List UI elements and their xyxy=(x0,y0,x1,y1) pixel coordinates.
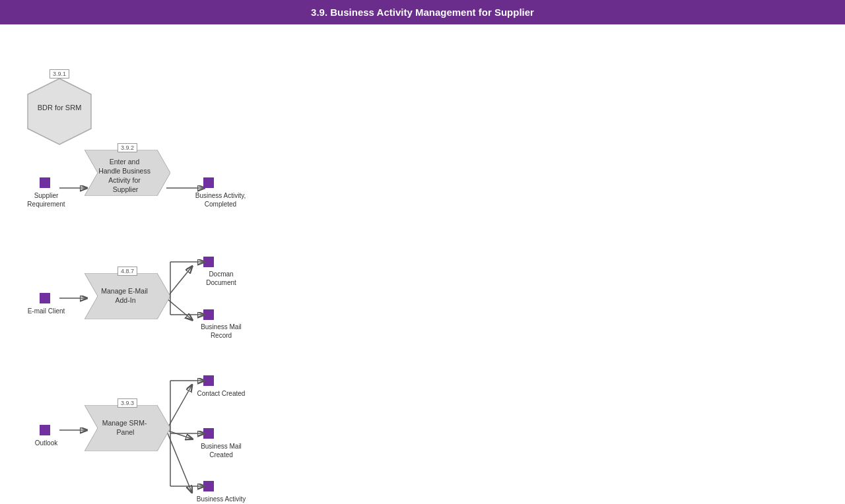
end-label-1: Business Activity, Completed xyxy=(194,191,247,208)
end-event-3c xyxy=(203,481,214,491)
diagram-canvas: 3.9.1 BDR for SRM Supplier Requirement 3… xyxy=(0,24,845,504)
page-header: 3.9. Business Activity Management for Su… xyxy=(0,0,845,24)
process-1: 3.9.2 Enter and Handle Business Activity… xyxy=(84,150,170,199)
end-label-3a: Contact Created xyxy=(195,389,248,398)
start-label-2: E-mail Client xyxy=(20,307,73,315)
end-label-2a: Docman Document xyxy=(195,270,248,287)
start-label-3: Outlook xyxy=(20,439,73,447)
bdr-hexagon: 3.9.1 BDR for SRM xyxy=(20,64,99,148)
svg-marker-9 xyxy=(28,79,91,144)
start-event-3 xyxy=(40,425,50,435)
end-label-2b: Business Mail Record xyxy=(195,323,248,340)
process-2: 4.8.7 Manage E-Mail Add-In xyxy=(84,273,170,322)
process1-badge: 3.9.2 xyxy=(118,143,137,152)
bdr-line1: BDR for SRM xyxy=(38,104,82,111)
bdr-hex-shape: BDR for SRM xyxy=(26,77,92,146)
start-label-1: Supplier Requirement xyxy=(20,191,73,208)
end-label-3b: Business Mail Created xyxy=(195,442,248,459)
start-node-1 xyxy=(40,177,50,188)
process3-shape: Manage SRM- Panel xyxy=(84,405,170,451)
process-3: 3.9.3 Manage SRM- Panel xyxy=(84,405,170,454)
end-event-3b xyxy=(203,428,214,439)
process1-shape: Enter and Handle Business Activity for S… xyxy=(84,150,170,196)
bdr-badge: 3.9.1 xyxy=(50,69,69,79)
process3-badge: 3.9.3 xyxy=(118,398,137,408)
start-event-1 xyxy=(40,177,50,188)
end-event-3a xyxy=(203,375,214,386)
header-title: 3.9. Business Activity Management for Su… xyxy=(311,7,534,18)
end-event-2b xyxy=(203,309,214,320)
end-event-2a xyxy=(203,257,214,267)
start-event-2 xyxy=(40,293,50,303)
svg-text:BDR for SRM: BDR for SRM xyxy=(38,104,82,111)
process2-badge: 4.8.7 xyxy=(118,267,137,276)
end-label-3c: Business Activity Created xyxy=(195,495,248,504)
process2-shape: Manage E-Mail Add-In xyxy=(84,273,170,319)
end-event-1 xyxy=(203,177,214,188)
